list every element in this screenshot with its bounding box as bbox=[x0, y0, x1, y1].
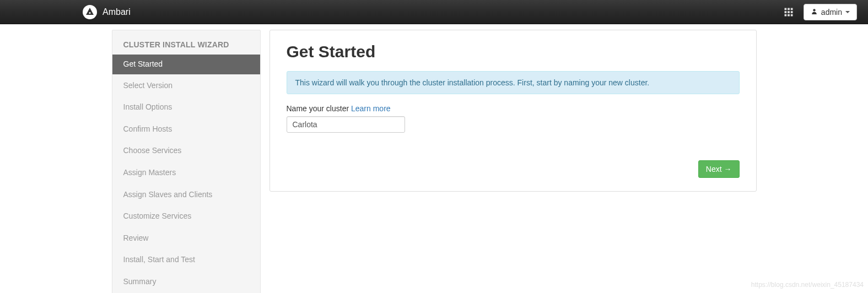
svg-rect-4 bbox=[784, 11, 786, 13]
step-label: Install Options bbox=[123, 102, 172, 111]
wizard-sidebar: CLUSTER INSTALL WIZARD Get Started Selec… bbox=[112, 30, 261, 293]
step-choose-services[interactable]: Choose Services bbox=[112, 140, 260, 161]
step-label: Confirm Hosts bbox=[123, 124, 172, 133]
svg-rect-1 bbox=[784, 8, 786, 10]
next-button[interactable]: Next → bbox=[698, 160, 740, 178]
step-assign-slaves-clients[interactable]: Assign Slaves and Clients bbox=[112, 185, 260, 205]
sidebar-title: CLUSTER INSTALL WIZARD bbox=[112, 30, 260, 55]
navbar-right: admin bbox=[784, 4, 857, 20]
main-container: CLUSTER INSTALL WIZARD Get Started Selec… bbox=[112, 24, 757, 293]
navbar-title: Ambari bbox=[103, 7, 131, 17]
svg-point-10 bbox=[813, 9, 815, 11]
cluster-name-label-row: Name your cluster Learn more bbox=[287, 104, 740, 113]
page-title: Get Started bbox=[287, 42, 740, 61]
user-icon bbox=[811, 8, 818, 17]
step-label: Select Version bbox=[123, 81, 173, 90]
learn-more-link[interactable]: Learn more bbox=[351, 104, 391, 113]
step-customize-services[interactable]: Customize Services bbox=[112, 206, 260, 227]
svg-rect-9 bbox=[791, 14, 793, 16]
step-label: Customize Services bbox=[123, 211, 192, 220]
step-label: Assign Masters bbox=[123, 168, 176, 177]
svg-rect-7 bbox=[784, 14, 786, 16]
wizard-main-panel: Get Started This wizard will walk you th… bbox=[269, 30, 757, 192]
step-label: Choose Services bbox=[123, 146, 182, 155]
wizard-step-list: Get Started Select Version Install Optio… bbox=[112, 55, 260, 292]
chevron-down-icon bbox=[845, 11, 850, 13]
svg-point-0 bbox=[89, 12, 91, 14]
watermark-text: https://blog.csdn.net/weixin_45187434 bbox=[751, 281, 864, 289]
apps-grid-icon[interactable] bbox=[784, 7, 794, 17]
cluster-name-input[interactable] bbox=[287, 116, 405, 133]
info-alert: This wizard will walk you through the cl… bbox=[287, 71, 740, 94]
navbar-left: Ambari bbox=[83, 5, 131, 19]
wizard-actions: Next → bbox=[287, 160, 740, 178]
step-label: Assign Slaves and Clients bbox=[123, 190, 213, 199]
svg-rect-2 bbox=[788, 8, 790, 10]
step-install-options[interactable]: Install Options bbox=[112, 97, 260, 118]
step-summary[interactable]: Summary bbox=[112, 272, 260, 292]
step-label: Review bbox=[123, 234, 149, 242]
step-confirm-hosts[interactable]: Confirm Hosts bbox=[112, 119, 260, 140]
user-label: admin bbox=[821, 8, 842, 17]
step-label: Get Started bbox=[123, 59, 163, 68]
step-install-start-test[interactable]: Install, Start and Test bbox=[112, 249, 260, 270]
step-review[interactable]: Review bbox=[112, 228, 260, 249]
cluster-name-label: Name your cluster bbox=[287, 104, 349, 113]
step-assign-masters[interactable]: Assign Masters bbox=[112, 162, 260, 183]
svg-rect-5 bbox=[788, 11, 790, 13]
svg-rect-3 bbox=[791, 8, 793, 10]
svg-rect-6 bbox=[791, 11, 793, 13]
step-select-version[interactable]: Select Version bbox=[112, 75, 260, 96]
step-label: Summary bbox=[123, 277, 157, 286]
user-menu-button[interactable]: admin bbox=[804, 4, 857, 20]
step-get-started[interactable]: Get Started bbox=[112, 55, 260, 74]
navbar: Ambari admin bbox=[0, 0, 868, 24]
step-label: Install, Start and Test bbox=[123, 255, 195, 264]
ambari-logo-icon bbox=[83, 5, 97, 19]
svg-rect-8 bbox=[788, 14, 790, 16]
